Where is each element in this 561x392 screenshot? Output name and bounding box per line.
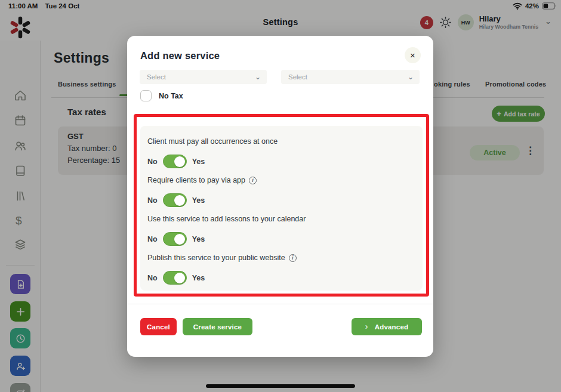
toggle-switch-publish-public-website[interactable] [163, 271, 187, 285]
toggle-no-label: No [147, 158, 158, 166]
toggle-row: No Yes [147, 232, 414, 246]
service-select-1[interactable]: Select ⌄ [140, 70, 267, 84]
toggle-yes-label: Yes [192, 158, 205, 166]
add-service-modal: Add new service × Select ⌄ Select ⌄ No T… [127, 36, 433, 357]
toggle-no-label: No [147, 274, 158, 282]
home-indicator[interactable] [206, 384, 355, 388]
toggle-yes-label: Yes [192, 235, 205, 243]
modal-footer-divider [127, 304, 433, 304]
toggle-knob [174, 156, 185, 167]
toggle-row: No Yes [147, 271, 414, 285]
toggle-yes-label: Yes [192, 274, 205, 282]
service-select-2[interactable]: Select ⌄ [281, 70, 420, 84]
close-icon[interactable]: × [405, 47, 421, 63]
info-icon[interactable]: i [249, 177, 257, 184]
toggle-no-label: No [147, 235, 158, 243]
option-text: Use this service to add lessons to your … [147, 215, 306, 224]
toggle-no-label: No [147, 196, 158, 205]
toggle-knob [174, 273, 185, 283]
option-label: Publish this service to your public webs… [147, 254, 414, 263]
toggle-options-panel: Client must pay all occurrences at once … [140, 126, 423, 291]
option-label: Use this service to add lessons to your … [147, 215, 414, 224]
screen: 11:00 AM Tue 24 Oct 42% [0, 0, 561, 392]
option-label: Require clients to pay via app i [147, 176, 414, 185]
info-icon[interactable]: i [289, 254, 297, 262]
create-service-button[interactable]: Create service [183, 318, 252, 335]
option-text: Publish this service to your public webs… [147, 254, 285, 263]
no-tax-label: No Tax [159, 92, 183, 100]
toggle-knob [174, 234, 185, 245]
toggle-switch-pay-all-occurrences[interactable] [163, 155, 187, 168]
advanced-label: Advanced [375, 323, 409, 331]
advanced-button[interactable]: › Advanced [352, 318, 422, 335]
modal-title: Add new service [140, 50, 220, 61]
cancel-button[interactable]: Cancel [140, 318, 177, 335]
no-tax-checkbox[interactable] [140, 90, 152, 101]
option-label: Client must pay all occurrences at once [147, 137, 414, 146]
toggle-switch-add-lessons-calendar[interactable] [163, 232, 187, 246]
select-placeholder: Select [288, 73, 307, 81]
highlight-box: Client must pay all occurrences at once … [134, 114, 429, 297]
toggle-switch-pay-via-app[interactable] [163, 193, 187, 207]
select-placeholder: Select [147, 73, 166, 81]
chevron-right-icon: › [365, 322, 368, 331]
toggle-row: No Yes [147, 155, 414, 168]
option-text: Client must pay all occurrences at once [147, 137, 278, 146]
toggle-knob [174, 195, 185, 206]
chevron-down-icon: ⌄ [255, 73, 261, 81]
option-text: Require clients to pay via app [147, 176, 245, 185]
toggle-row: No Yes [147, 193, 414, 207]
chevron-down-icon: ⌄ [408, 73, 414, 81]
no-tax-row: No Tax [140, 90, 183, 101]
toggle-yes-label: Yes [192, 196, 205, 205]
